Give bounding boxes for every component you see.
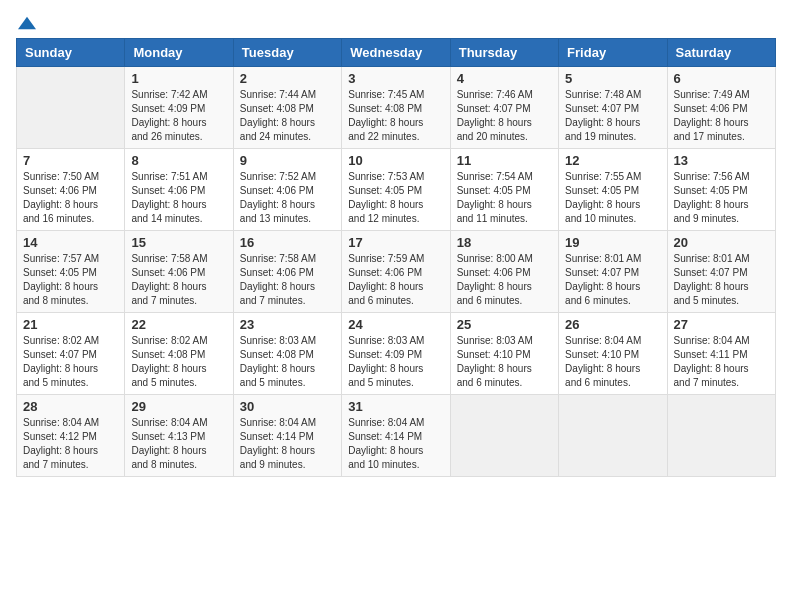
day-info: Sunrise: 8:02 AM Sunset: 4:08 PM Dayligh…: [131, 334, 226, 390]
calendar-week-row: 7Sunrise: 7:50 AM Sunset: 4:06 PM Daylig…: [17, 149, 776, 231]
calendar-cell: 26Sunrise: 8:04 AM Sunset: 4:10 PM Dayli…: [559, 313, 667, 395]
calendar-cell: 5Sunrise: 7:48 AM Sunset: 4:07 PM Daylig…: [559, 67, 667, 149]
day-info: Sunrise: 7:58 AM Sunset: 4:06 PM Dayligh…: [240, 252, 335, 308]
day-info: Sunrise: 7:53 AM Sunset: 4:05 PM Dayligh…: [348, 170, 443, 226]
day-number: 2: [240, 71, 335, 86]
day-of-week-header: Tuesday: [233, 39, 341, 67]
day-number: 13: [674, 153, 769, 168]
calendar-cell: 30Sunrise: 8:04 AM Sunset: 4:14 PM Dayli…: [233, 395, 341, 477]
day-info: Sunrise: 7:58 AM Sunset: 4:06 PM Dayligh…: [131, 252, 226, 308]
day-number: 30: [240, 399, 335, 414]
day-number: 5: [565, 71, 660, 86]
day-number: 25: [457, 317, 552, 332]
logo-icon: [18, 16, 36, 30]
day-number: 31: [348, 399, 443, 414]
day-info: Sunrise: 8:01 AM Sunset: 4:07 PM Dayligh…: [674, 252, 769, 308]
day-of-week-header: Monday: [125, 39, 233, 67]
day-of-week-header: Sunday: [17, 39, 125, 67]
day-of-week-header: Saturday: [667, 39, 775, 67]
calendar-cell: 27Sunrise: 8:04 AM Sunset: 4:11 PM Dayli…: [667, 313, 775, 395]
day-info: Sunrise: 7:57 AM Sunset: 4:05 PM Dayligh…: [23, 252, 118, 308]
calendar-week-row: 28Sunrise: 8:04 AM Sunset: 4:12 PM Dayli…: [17, 395, 776, 477]
day-info: Sunrise: 8:00 AM Sunset: 4:06 PM Dayligh…: [457, 252, 552, 308]
day-number: 11: [457, 153, 552, 168]
day-number: 6: [674, 71, 769, 86]
day-number: 19: [565, 235, 660, 250]
day-info: Sunrise: 8:04 AM Sunset: 4:12 PM Dayligh…: [23, 416, 118, 472]
calendar-cell: 22Sunrise: 8:02 AM Sunset: 4:08 PM Dayli…: [125, 313, 233, 395]
calendar-cell: 20Sunrise: 8:01 AM Sunset: 4:07 PM Dayli…: [667, 231, 775, 313]
calendar-cell: 29Sunrise: 8:04 AM Sunset: 4:13 PM Dayli…: [125, 395, 233, 477]
day-number: 4: [457, 71, 552, 86]
calendar-cell: 23Sunrise: 8:03 AM Sunset: 4:08 PM Dayli…: [233, 313, 341, 395]
calendar-cell: 28Sunrise: 8:04 AM Sunset: 4:12 PM Dayli…: [17, 395, 125, 477]
calendar-cell: 24Sunrise: 8:03 AM Sunset: 4:09 PM Dayli…: [342, 313, 450, 395]
calendar-cell: [450, 395, 558, 477]
day-info: Sunrise: 7:46 AM Sunset: 4:07 PM Dayligh…: [457, 88, 552, 144]
calendar-cell: 13Sunrise: 7:56 AM Sunset: 4:05 PM Dayli…: [667, 149, 775, 231]
day-info: Sunrise: 7:50 AM Sunset: 4:06 PM Dayligh…: [23, 170, 118, 226]
day-number: 17: [348, 235, 443, 250]
day-info: Sunrise: 8:03 AM Sunset: 4:08 PM Dayligh…: [240, 334, 335, 390]
day-number: 1: [131, 71, 226, 86]
page-header: [16, 16, 776, 30]
day-number: 9: [240, 153, 335, 168]
day-number: 23: [240, 317, 335, 332]
day-info: Sunrise: 8:03 AM Sunset: 4:09 PM Dayligh…: [348, 334, 443, 390]
day-info: Sunrise: 8:02 AM Sunset: 4:07 PM Dayligh…: [23, 334, 118, 390]
day-number: 15: [131, 235, 226, 250]
day-info: Sunrise: 7:52 AM Sunset: 4:06 PM Dayligh…: [240, 170, 335, 226]
svg-marker-0: [18, 17, 36, 30]
day-info: Sunrise: 7:48 AM Sunset: 4:07 PM Dayligh…: [565, 88, 660, 144]
day-number: 3: [348, 71, 443, 86]
day-number: 28: [23, 399, 118, 414]
calendar-cell: 15Sunrise: 7:58 AM Sunset: 4:06 PM Dayli…: [125, 231, 233, 313]
day-info: Sunrise: 7:49 AM Sunset: 4:06 PM Dayligh…: [674, 88, 769, 144]
calendar-cell: 9Sunrise: 7:52 AM Sunset: 4:06 PM Daylig…: [233, 149, 341, 231]
day-number: 10: [348, 153, 443, 168]
day-number: 20: [674, 235, 769, 250]
calendar-cell: 31Sunrise: 8:04 AM Sunset: 4:14 PM Dayli…: [342, 395, 450, 477]
day-number: 12: [565, 153, 660, 168]
calendar-cell: 14Sunrise: 7:57 AM Sunset: 4:05 PM Dayli…: [17, 231, 125, 313]
calendar-week-row: 1Sunrise: 7:42 AM Sunset: 4:09 PM Daylig…: [17, 67, 776, 149]
day-info: Sunrise: 7:42 AM Sunset: 4:09 PM Dayligh…: [131, 88, 226, 144]
calendar-cell: [667, 395, 775, 477]
calendar-cell: 12Sunrise: 7:55 AM Sunset: 4:05 PM Dayli…: [559, 149, 667, 231]
day-info: Sunrise: 8:04 AM Sunset: 4:11 PM Dayligh…: [674, 334, 769, 390]
day-of-week-header: Thursday: [450, 39, 558, 67]
day-info: Sunrise: 8:04 AM Sunset: 4:14 PM Dayligh…: [240, 416, 335, 472]
calendar-week-row: 21Sunrise: 8:02 AM Sunset: 4:07 PM Dayli…: [17, 313, 776, 395]
day-info: Sunrise: 7:59 AM Sunset: 4:06 PM Dayligh…: [348, 252, 443, 308]
day-number: 8: [131, 153, 226, 168]
calendar-cell: 10Sunrise: 7:53 AM Sunset: 4:05 PM Dayli…: [342, 149, 450, 231]
day-info: Sunrise: 7:55 AM Sunset: 4:05 PM Dayligh…: [565, 170, 660, 226]
day-number: 14: [23, 235, 118, 250]
calendar-cell: 11Sunrise: 7:54 AM Sunset: 4:05 PM Dayli…: [450, 149, 558, 231]
calendar-cell: 18Sunrise: 8:00 AM Sunset: 4:06 PM Dayli…: [450, 231, 558, 313]
calendar-cell: 7Sunrise: 7:50 AM Sunset: 4:06 PM Daylig…: [17, 149, 125, 231]
calendar-cell: 2Sunrise: 7:44 AM Sunset: 4:08 PM Daylig…: [233, 67, 341, 149]
day-info: Sunrise: 8:01 AM Sunset: 4:07 PM Dayligh…: [565, 252, 660, 308]
calendar-header-row: SundayMondayTuesdayWednesdayThursdayFrid…: [17, 39, 776, 67]
day-info: Sunrise: 7:56 AM Sunset: 4:05 PM Dayligh…: [674, 170, 769, 226]
calendar-cell: 4Sunrise: 7:46 AM Sunset: 4:07 PM Daylig…: [450, 67, 558, 149]
day-number: 7: [23, 153, 118, 168]
calendar-week-row: 14Sunrise: 7:57 AM Sunset: 4:05 PM Dayli…: [17, 231, 776, 313]
day-info: Sunrise: 7:44 AM Sunset: 4:08 PM Dayligh…: [240, 88, 335, 144]
day-number: 22: [131, 317, 226, 332]
day-number: 16: [240, 235, 335, 250]
day-number: 26: [565, 317, 660, 332]
calendar-cell: 17Sunrise: 7:59 AM Sunset: 4:06 PM Dayli…: [342, 231, 450, 313]
day-of-week-header: Wednesday: [342, 39, 450, 67]
day-info: Sunrise: 8:03 AM Sunset: 4:10 PM Dayligh…: [457, 334, 552, 390]
day-info: Sunrise: 8:04 AM Sunset: 4:14 PM Dayligh…: [348, 416, 443, 472]
calendar-cell: 25Sunrise: 8:03 AM Sunset: 4:10 PM Dayli…: [450, 313, 558, 395]
calendar-cell: 6Sunrise: 7:49 AM Sunset: 4:06 PM Daylig…: [667, 67, 775, 149]
calendar-cell: 8Sunrise: 7:51 AM Sunset: 4:06 PM Daylig…: [125, 149, 233, 231]
day-number: 27: [674, 317, 769, 332]
calendar-cell: 16Sunrise: 7:58 AM Sunset: 4:06 PM Dayli…: [233, 231, 341, 313]
day-info: Sunrise: 7:45 AM Sunset: 4:08 PM Dayligh…: [348, 88, 443, 144]
day-number: 24: [348, 317, 443, 332]
calendar: SundayMondayTuesdayWednesdayThursdayFrid…: [16, 38, 776, 477]
